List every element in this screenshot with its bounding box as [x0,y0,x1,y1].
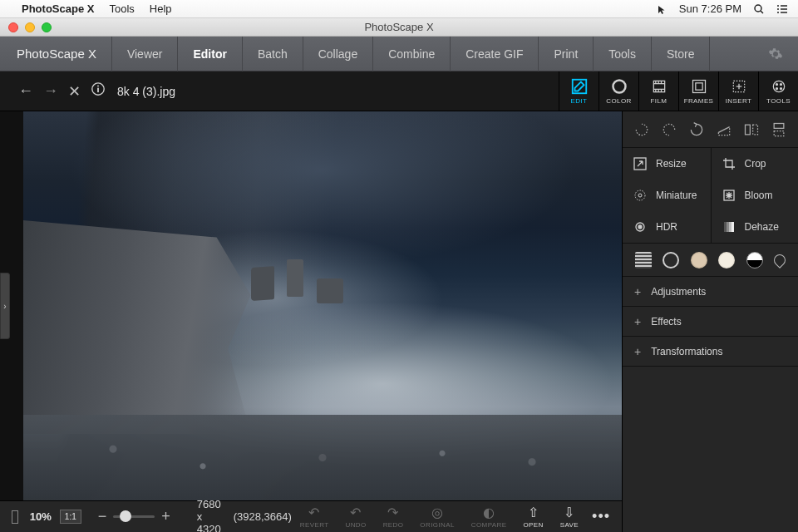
quick-miniature[interactable]: Miniature [623,180,711,211]
bloom-icon [722,188,736,203]
menubar-clock[interactable]: Sun 7:26 PM [679,2,741,15]
action-save[interactable]: ⇩SAVE [560,505,579,529]
spotlight-icon[interactable] [753,2,765,16]
tool-tab-label: FRAMES [684,97,714,105]
nav-forward-button[interactable]: → [43,82,58,100]
open-icon: ⇧ [528,505,539,520]
tab-viewer[interactable]: Viewer [112,37,179,71]
straighten-icon[interactable] [715,121,733,139]
main-tabbar: PhotoScape X Viewer Editor Batch Collage… [0,37,798,71]
one-to-one-button[interactable]: 1:1 [60,510,81,524]
section-adjustments[interactable]: +Adjustments [623,277,798,307]
marquee-toggle[interactable] [12,510,18,524]
settings-button[interactable] [753,47,798,62]
swatch-drop-icon[interactable] [771,252,788,268]
tab-store[interactable]: Store [652,37,710,71]
tool-tab-color[interactable]: COLOR [598,71,638,111]
menu-tools[interactable]: Tools [109,2,134,15]
tab-batch[interactable]: Batch [243,37,303,71]
tab-tools[interactable]: Tools [594,37,652,71]
section-transformations[interactable]: +Transformations [623,337,798,367]
svg-point-0 [755,5,761,12]
tab-combine[interactable]: Combine [373,37,451,71]
swatch-cream[interactable] [718,252,735,268]
svg-point-41 [638,225,642,229]
quick-crop[interactable]: Crop [711,148,799,180]
swatch-list-icon[interactable] [635,252,652,268]
tab-create-gif[interactable]: Create GIF [451,37,539,71]
action-original[interactable]: ◎ORIGINAL [420,505,454,529]
tool-tab-insert[interactable]: INSERT [718,71,758,111]
quick-dehaze[interactable]: Dehaze [711,211,799,243]
action-compare[interactable]: ◐COMPARE [471,505,507,529]
svg-point-38 [638,194,642,197]
quick-bloom[interactable]: Bloom [711,180,799,211]
svg-rect-23 [695,83,702,90]
flip-h-icon[interactable] [742,121,761,139]
tab-editor[interactable]: Editor [178,37,242,71]
info-button[interactable] [91,81,106,101]
more-button[interactable]: ••• [592,508,610,525]
svg-rect-34 [775,123,785,128]
svg-point-28 [776,84,777,86]
minimize-window-button[interactable] [25,22,35,32]
canvas-image[interactable] [23,111,622,500]
zoom-in-button[interactable]: + [161,508,170,525]
svg-rect-10 [97,88,99,92]
macos-menubar: PhotoScape X Tools Help Sun 7:26 PM [0,0,798,18]
zoom-out-button[interactable]: − [98,508,107,525]
tab-brand[interactable]: PhotoScape X [0,37,112,71]
undo-icon: ↶ [350,505,361,520]
svg-point-9 [97,86,99,87]
swatch-tan[interactable] [691,252,707,268]
quick-label: Miniature [656,190,697,201]
quick-label: Bloom [745,190,773,201]
section-effects[interactable]: +Effects [623,307,798,337]
zoom-window-button[interactable] [42,22,52,32]
tool-tab-tools[interactable]: TOOLS [758,71,798,111]
canvas-area: › [0,111,622,500]
quick-label: HDR [656,221,677,233]
original-icon: ◎ [431,505,443,520]
quick-label: Resize [656,158,687,170]
tool-tab-label: TOOLS [766,97,791,105]
window-titlebar: PhotoScape X [0,18,798,37]
rotate-free-icon[interactable] [687,121,706,139]
nav-back-button[interactable]: ← [18,82,33,100]
action-undo[interactable]: ↶UNDO [345,505,366,529]
tool-tab-frames[interactable]: FRAMES [678,71,718,111]
app-window: PhotoScape X Viewer Editor Batch Collage… [0,37,798,532]
main-area: › 10% 1:1 − + 7680 x 4320 (3928,3664) ↶R… [0,111,798,532]
action-open[interactable]: ⇧OPEN [523,505,543,529]
menu-app[interactable]: PhotoScape X [22,2,94,15]
tool-tab-film[interactable]: FILM [638,71,678,111]
close-window-button[interactable] [8,22,18,32]
revert-icon: ↶ [308,505,319,520]
quick-resize[interactable]: Resize [623,148,711,180]
editor-toolbar: ← → ✕ 8k 4 (3).jpg EDIT COLOR FILM FRAME… [0,71,798,111]
action-label: OPEN [523,521,543,529]
tab-collage[interactable]: Collage [303,37,373,71]
save-icon: ⇩ [564,505,574,520]
action-label: UNDO [345,521,366,529]
miniature-icon [633,188,648,203]
menu-help[interactable]: Help [150,2,172,15]
close-file-button[interactable]: ✕ [68,82,81,101]
svg-point-31 [780,88,781,90]
sidebar-expand-handle[interactable]: › [0,273,10,339]
quick-hdr[interactable]: HDR [623,211,711,243]
action-redo[interactable]: ↷REDO [383,505,404,529]
rotate-cw-icon[interactable] [660,121,678,139]
tab-print[interactable]: Print [539,37,594,71]
zoom-value[interactable]: 10% [30,510,52,523]
svg-rect-42 [724,222,727,232]
tool-tab-edit[interactable]: EDIT [559,71,598,111]
swatch-bw[interactable] [746,252,763,268]
zoom-slider[interactable] [113,515,155,518]
swatch-gray[interactable] [663,252,679,268]
svg-point-29 [780,84,781,86]
action-revert[interactable]: ↶REVERT [300,505,329,529]
rotate-ccw-icon[interactable] [633,121,651,139]
list-icon[interactable] [776,2,788,16]
flip-v-icon[interactable] [770,121,788,139]
